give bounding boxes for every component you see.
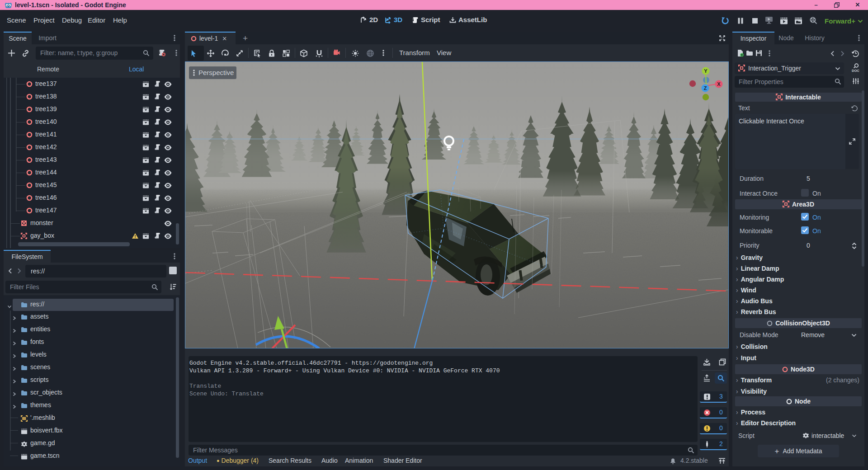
svg-text:Y: Y bbox=[704, 68, 708, 74]
svg-text:X: X bbox=[717, 81, 721, 87]
svg-text:Z: Z bbox=[704, 85, 707, 91]
svg-text:DOC: DOC bbox=[852, 69, 859, 73]
